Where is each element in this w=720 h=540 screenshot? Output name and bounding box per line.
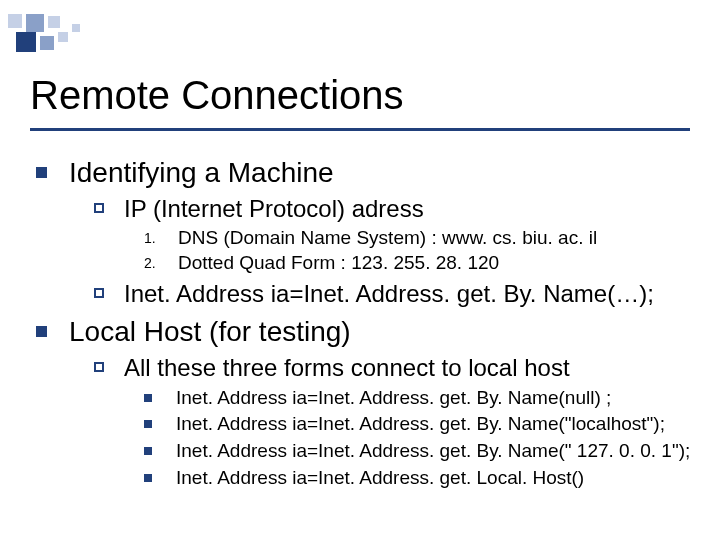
level2-text: All these three forms connect to local h… (124, 353, 570, 383)
deco-square (72, 24, 80, 32)
bullet-level1: Identifying a Machine (36, 156, 700, 190)
bullet-level3: Inet. Address ia=Inet. Address. get. By.… (144, 412, 700, 436)
deco-square (26, 14, 44, 32)
title-underline (30, 128, 690, 131)
item-number: 1. (144, 230, 178, 246)
bullet-level1: Local Host (for testing) (36, 315, 700, 349)
deco-square (8, 14, 22, 28)
bullet-level3: Inet. Address ia=Inet. Address. get. By.… (144, 386, 700, 410)
item-number: 2. (144, 255, 178, 271)
deco-square (16, 32, 36, 52)
level3-text: Inet. Address ia=Inet. Address. get. By.… (176, 439, 690, 463)
square-bullet-icon (144, 394, 152, 402)
level3-text: Dotted Quad Form : 123. 255. 28. 120 (178, 251, 499, 275)
bullet-level2: IP (Internet Protocol) adress (94, 194, 700, 224)
level2-text: Inet. Address ia=Inet. Address. get. By.… (124, 279, 654, 309)
hollow-square-bullet-icon (94, 203, 104, 213)
bullet-level3: Inet. Address ia=Inet. Address. get. By.… (144, 439, 700, 463)
slide-content: Identifying a Machine IP (Internet Proto… (36, 150, 700, 490)
level2-text: IP (Internet Protocol) adress (124, 194, 424, 224)
slide: Remote Connections Identifying a Machine… (0, 0, 720, 540)
deco-square (58, 32, 68, 42)
corner-decoration (8, 14, 118, 56)
bullet-level2: Inet. Address ia=Inet. Address. get. By.… (94, 279, 700, 309)
level3-text: Inet. Address ia=Inet. Address. get. By.… (176, 412, 665, 436)
level3-text: DNS (Domain Name System) : www. cs. biu.… (178, 226, 597, 250)
numbered-item: 2. Dotted Quad Form : 123. 255. 28. 120 (144, 251, 700, 275)
level1-text: Identifying a Machine (69, 156, 334, 190)
level1-text: Local Host (for testing) (69, 315, 351, 349)
numbered-item: 1. DNS (Domain Name System) : www. cs. b… (144, 226, 700, 250)
bullet-level3: Inet. Address ia=Inet. Address. get. Loc… (144, 466, 700, 490)
hollow-square-bullet-icon (94, 362, 104, 372)
hollow-square-bullet-icon (94, 288, 104, 298)
square-bullet-icon (144, 474, 152, 482)
deco-square (40, 36, 54, 50)
deco-square (48, 16, 60, 28)
square-bullet-icon (36, 326, 47, 337)
bullet-level2: All these three forms connect to local h… (94, 353, 700, 383)
square-bullet-icon (144, 420, 152, 428)
level3-text: Inet. Address ia=Inet. Address. get. Loc… (176, 466, 584, 490)
level3-text: Inet. Address ia=Inet. Address. get. By.… (176, 386, 611, 410)
slide-title: Remote Connections (30, 74, 690, 116)
square-bullet-icon (36, 167, 47, 178)
square-bullet-icon (144, 447, 152, 455)
